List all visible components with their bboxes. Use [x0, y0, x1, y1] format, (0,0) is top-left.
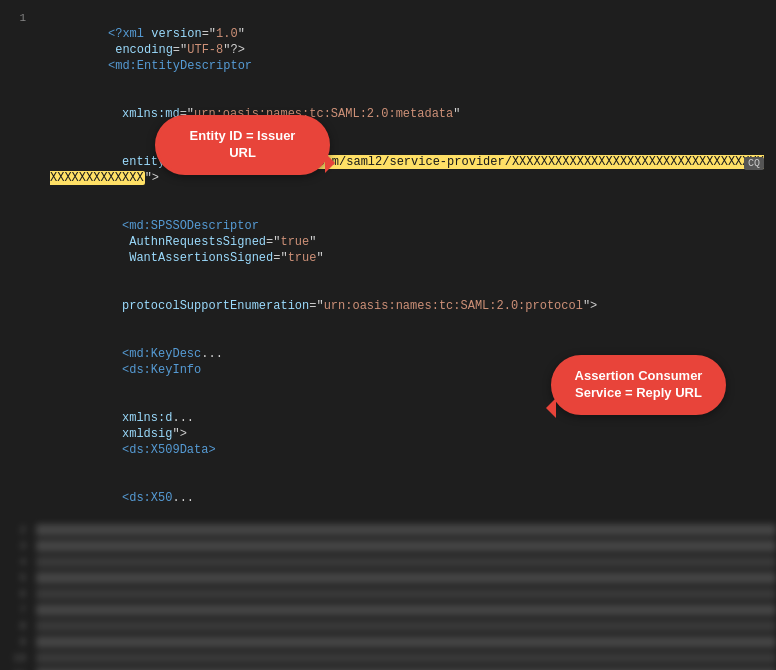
line-number: 1: [0, 10, 36, 90]
code-content: 1 <?xml version="1.0" encoding="UTF-8"?>…: [0, 0, 776, 670]
line-number: [0, 282, 36, 330]
line-number: [0, 394, 36, 474]
code-line-1: 1 <?xml version="1.0" encoding="UTF-8"?>…: [0, 10, 776, 90]
line-text: xmlns:md="urn:oasis:names:tc:SAML:2.0:me…: [36, 90, 776, 138]
line-text: <ds:X50...: [36, 474, 776, 522]
line-text: entityID="https://www.okta.com/saml2/ser…: [36, 138, 776, 202]
line-number: [0, 202, 36, 282]
code-line-x509: <ds:X50...: [0, 474, 776, 522]
code-viewer: 1 <?xml version="1.0" encoding="UTF-8"?>…: [0, 0, 776, 670]
code-line-spsso: <md:SPSSODescriptor AuthnRequestsSigned=…: [0, 202, 776, 282]
line-text: protocolSupportEnumeration="urn:oasis:na…: [36, 282, 776, 330]
line-number: [0, 138, 36, 202]
code-line-protocol: protocolSupportEnumeration="urn:oasis:na…: [0, 282, 776, 330]
line-number: [0, 330, 36, 394]
code-line-1b: xmlns:md="urn:oasis:names:tc:SAML:2.0:me…: [0, 90, 776, 138]
line-text: <md:SPSSODescriptor AuthnRequestsSigned=…: [36, 202, 776, 282]
code-line-entityid: entityID="https://www.okta.com/saml2/ser…: [0, 138, 776, 202]
line-number: [0, 90, 36, 138]
blurred-section: 2 3 4 5 6 7 8 9 10 11: [0, 522, 776, 670]
annotation-entity-id: Entity ID = Issuer URL: [155, 115, 330, 175]
cq-badge: CQ: [744, 157, 764, 170]
annotation-acs: Assertion Consumer Service = Reply URL: [551, 355, 726, 415]
line-text: <?xml version="1.0" encoding="UTF-8"?> <…: [36, 10, 776, 90]
line-number: [0, 474, 36, 522]
